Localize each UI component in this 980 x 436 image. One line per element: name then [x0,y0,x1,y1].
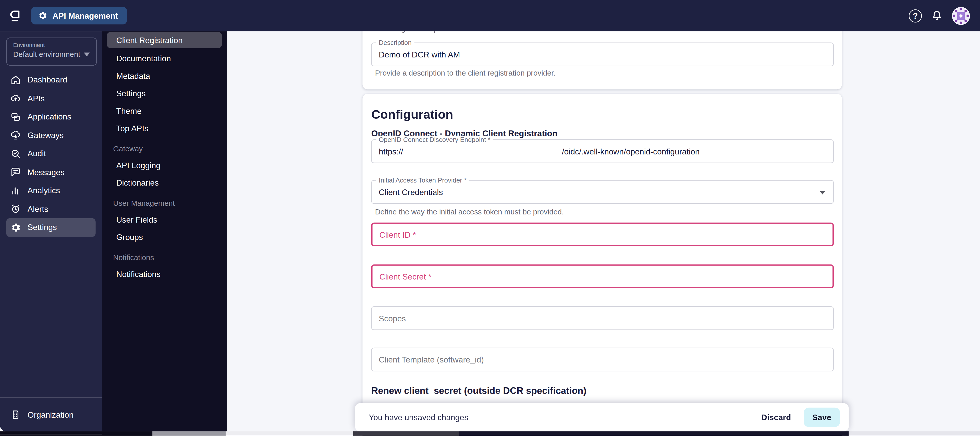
subnav-item-user-fields[interactable]: User Fields [107,212,222,228]
subnav-item-dictionaries[interactable]: Dictionaries [107,174,222,191]
sidebar-item-label: Applications [27,112,72,121]
description-helper-text: Provide a description to the client regi… [375,68,555,77]
bottom-strip [849,431,980,436]
alarm-clock-icon [10,204,21,215]
client-secret-label: Client Secret * [380,266,431,287]
environment-label: Environment [13,42,90,48]
subnav-item-label: Notifications [116,269,161,278]
message-bubble-icon [10,166,21,178]
sidebar-divider [0,397,102,398]
configuration-title: Configuration [371,107,453,122]
sidebar-item-label: Dashboard [27,75,67,84]
subnav-item-label: Client Registration [116,35,183,45]
subnav-item-settings[interactable]: Settings [107,85,222,101]
unsaved-changes-message: You have unsaved changes [369,412,468,422]
gravitee-logo[interactable] [0,9,30,22]
sidebar-item-alerts[interactable]: Alerts [6,200,95,218]
help-icon[interactable]: ? [909,9,922,22]
organization-building-icon [10,409,21,420]
sidebar-item-gateways[interactable]: Gateways [6,126,95,144]
renew-client-secret-heading: Renew client_secret (outside DCR specifi… [371,385,587,396]
subnav-item-theme[interactable]: Theme [107,103,222,119]
sidebar-item-label: Audit [27,149,46,158]
sidebar-item-dashboard[interactable]: Dashboard [6,71,95,89]
discovery-endpoint-field[interactable]: OpenID Connect Discovery Endpoint * http… [371,139,834,163]
sidebar-item-apis[interactable]: APIs [6,89,95,107]
sidebar-item-label: Messages [27,167,65,177]
subnav-item-label: Metadata [116,71,150,80]
subnav-section-gateway: Gateway [107,142,222,156]
g-logo-icon [8,9,22,22]
home-icon [10,74,21,86]
client-template-label: Client Template (software_id) [379,348,484,371]
chevron-down-icon [819,191,826,194]
subnav-section-user-management: User Management [107,196,222,210]
token-provider-select[interactable]: Initial Access Token Provider * Client C… [371,180,834,204]
primary-nav: Dashboard APIs Applications Gateways Aud… [0,71,102,237]
subnav-item-label: API Logging [116,160,161,170]
discard-button[interactable]: Discard [752,408,800,427]
subnav-item-client-registration[interactable]: Client Registration [107,32,222,48]
subnav-item-label: Groups [116,232,143,242]
sidebar-item-settings[interactable]: Settings [6,218,95,237]
discovery-endpoint-prefix: https:// [379,140,403,162]
token-provider-helper: Define the way the initial access token … [375,207,564,216]
subnav-item-label: Dictionaries [116,178,159,187]
subnav-item-metadata[interactable]: Metadata [107,67,222,84]
description-field-value: Demo of DCR with AM [379,43,460,65]
description-field[interactable]: Description Demo of DCR with AM [371,43,834,66]
scopes-label: Scopes [379,307,406,329]
sidebar-divider [0,434,102,434]
settings-subnav: Client Registration Documentation Metada… [102,31,227,431]
client-template-field[interactable]: Client Template (software_id) [371,348,834,371]
discovery-endpoint-suffix: /oidc/.well-known/openid-configuration [562,140,700,162]
gear-icon [38,11,48,21]
bottom-strip [0,431,153,436]
user-avatar[interactable] [952,6,970,25]
subnav-item-top-apis[interactable]: Top APIs [107,120,222,136]
sidebar-item-audit[interactable]: Audit [6,145,95,163]
bottom-strip [226,431,353,436]
chevron-down-icon [84,53,90,56]
sidebar-item-label: Settings [27,223,57,232]
subnav-item-documentation[interactable]: Documentation [107,50,222,66]
top-bar: API Management ? [0,0,980,31]
bottom-strip [153,431,226,436]
main-content: client registration provider name. Descr… [227,0,980,431]
sidebar-item-messages[interactable]: Messages [6,163,95,181]
audit-search-check-icon [10,148,21,159]
app-switcher-button[interactable]: API Management [31,7,127,24]
sidebar-item-label: APIs [27,94,45,103]
client-id-field[interactable]: Client ID * [371,223,834,246]
sidebar-item-label: Organization [27,410,74,419]
save-button[interactable]: Save [803,408,840,427]
sidebar-item-applications[interactable]: Applications [6,107,95,126]
subnav-item-label: Documentation [116,53,171,63]
environment-selector[interactable]: Environment Default environment [6,38,97,65]
client-secret-field[interactable]: Client Secret * [371,264,834,288]
primary-sidebar: Environment Default environment Dashboar… [0,31,102,431]
cloud-upload-icon [10,93,21,104]
unsaved-changes-bar: You have unsaved changes Discard Save [355,403,849,431]
cloud-download-icon [10,130,21,141]
bottom-strip [353,431,460,436]
subnav-item-api-logging[interactable]: API Logging [107,157,222,173]
topbar-actions: ? [909,6,980,25]
subnav-item-groups[interactable]: Groups [107,229,222,245]
sidebar-item-analytics[interactable]: Analytics [6,181,95,200]
subnav-item-label: Top APIs [116,124,148,133]
sidebar-item-organization[interactable]: Organization [6,406,97,423]
sidebar-item-label: Gateways [27,130,64,140]
scopes-field[interactable]: Scopes [371,306,834,330]
subnav-section-notifications: Notifications [107,251,222,264]
configuration-card: Configuration OpenID Connect - Dynamic C… [363,94,842,436]
api-management-app: API Management ? [0,0,980,436]
bottom-strip [460,431,849,436]
gear-icon [10,222,21,233]
notifications-bell-icon[interactable] [931,10,943,22]
subnav-item-notifications[interactable]: Notifications [107,266,222,282]
sidebar-item-label: Analytics [27,186,60,195]
environment-value: Default environment [13,50,80,59]
subnav-item-label: Theme [116,106,142,115]
client-id-label: Client ID * [380,224,416,245]
